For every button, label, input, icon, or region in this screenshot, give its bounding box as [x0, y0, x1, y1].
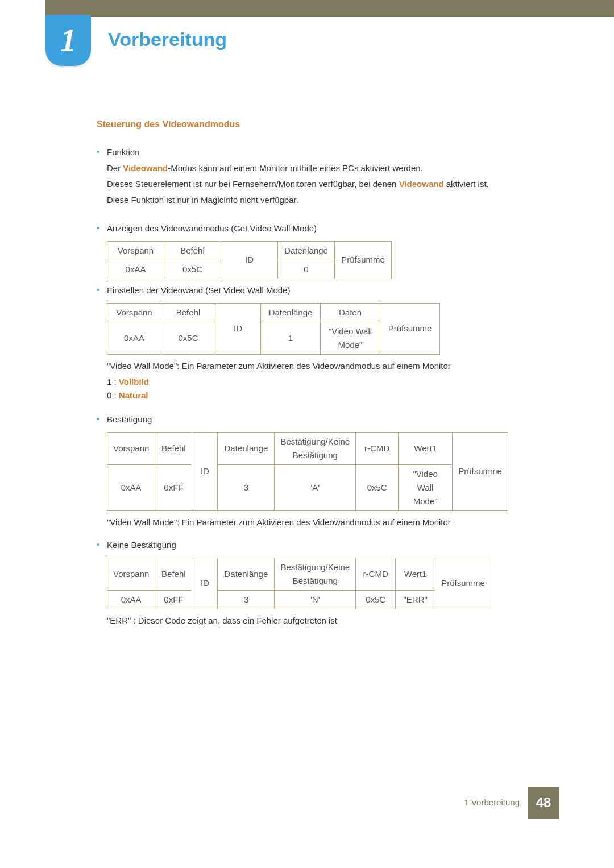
table-row: 0xAA 0xFF 3 'A' 0x5C "Video Wall Mode" — [107, 464, 508, 510]
cell: Bestätigung/Keine Bestätigung — [275, 432, 356, 464]
set-mode-label: Einstellen der Videowand (Set Video Wall… — [107, 284, 546, 297]
funktion-line3: Diese Funktion ist nur in MagicInfo nich… — [107, 193, 546, 207]
ack-note: "Video Wall Mode": Ein Parameter zum Akt… — [107, 516, 546, 529]
highlight-videowand: Videowand — [399, 179, 444, 189]
funktion-item: Funktion Der Videowand-Modus kann auf ei… — [107, 146, 546, 207]
cell: Wert1 — [399, 432, 453, 464]
value-line-0: 0 : Natural — [107, 389, 546, 402]
cell: "Video Wall Mode" — [399, 464, 453, 510]
cell: 0x5C — [356, 464, 399, 510]
set-mode-item: Einstellen der Videowand (Set Video Wall… — [107, 284, 546, 402]
cell: 0xAA — [107, 260, 164, 279]
page-content: Steuerung des Videowandmodus Funktion De… — [97, 117, 546, 628]
text: aktiviert ist. — [444, 179, 489, 189]
cell: Datenlänge — [218, 558, 275, 590]
footer-text: 1 Vorbereitung — [464, 798, 520, 807]
cell: ID — [192, 558, 218, 609]
cell: 0xFF — [155, 464, 192, 510]
cell: Bestätigung/Keine Bestätigung — [275, 558, 356, 590]
funktion-line1: Der Videowand-Modus kann auf einem Monit… — [107, 161, 546, 175]
cell: 0x5C — [356, 590, 396, 609]
cell: 0x5C — [161, 322, 215, 354]
chapter-title: Vorbereitung — [108, 28, 227, 51]
cell: r-CMD — [356, 558, 396, 590]
cell: Befehl — [164, 241, 221, 260]
ack-label: Bestätigung — [107, 413, 546, 426]
cell: 3 — [218, 464, 275, 510]
nack-label: Keine Bestätigung — [107, 538, 546, 552]
cell: 1 — [261, 322, 321, 354]
cell: Datenlänge — [278, 241, 335, 260]
chapter-header: 1 Vorbereitung — [0, 17, 614, 66]
cell: 0x5C — [164, 260, 221, 279]
cell: Datenlänge — [261, 303, 321, 322]
cell: 0xAA — [107, 464, 155, 510]
text: Der — [107, 163, 123, 173]
funktion-label: Funktion — [107, 146, 546, 159]
value-line-1: 1 : Vollbild — [107, 375, 546, 389]
cell: Prüfsumme — [335, 241, 392, 279]
table-row: Vorspann Befehl ID Datenlänge Bestätigun… — [107, 558, 491, 590]
get-mode-item: Anzeigen des Videowandmodus (Get Video W… — [107, 222, 546, 279]
text: 1 : — [107, 377, 119, 387]
cell: Daten — [321, 303, 380, 322]
cell: 'N' — [275, 590, 356, 609]
cell: ID — [215, 303, 261, 354]
footer-page-number: 48 — [528, 787, 559, 819]
get-mode-table: Vorspann Befehl ID Datenlänge Prüfsumme … — [107, 241, 392, 279]
text: Dieses Steuerelement ist nur bei Fernseh… — [107, 179, 399, 189]
cell: 0 — [278, 260, 335, 279]
cell: ID — [221, 241, 278, 279]
cell: 'A' — [275, 464, 356, 510]
cell: ID — [192, 432, 218, 510]
cell: Prüfsumme — [380, 303, 440, 354]
top-bar — [45, 0, 614, 17]
cell: 0xAA — [107, 322, 161, 354]
set-mode-note: "Video Wall Mode": Ein Parameter zum Akt… — [107, 359, 546, 373]
cell: Wert1 — [396, 558, 435, 590]
table-row: Vorspann Befehl ID Datenlänge Bestätigun… — [107, 432, 508, 464]
cell: Befehl — [155, 432, 192, 464]
highlight-vollbild: Vollbild — [119, 377, 149, 387]
get-mode-label: Anzeigen des Videowandmodus (Get Video W… — [107, 222, 546, 235]
cell: "ERR" — [396, 590, 435, 609]
cell: Prüfsumme — [453, 432, 508, 510]
cell: 0xFF — [155, 590, 192, 609]
cell: Befehl — [155, 558, 192, 590]
cell: 3 — [218, 590, 275, 609]
ack-table: Vorspann Befehl ID Datenlänge Bestätigun… — [107, 432, 508, 511]
cell: Prüfsumme — [435, 558, 491, 609]
cell: Befehl — [161, 303, 215, 322]
table-row: 0xAA 0xFF 3 'N' 0x5C "ERR" — [107, 590, 491, 609]
section-title: Steuerung des Videowandmodus — [97, 117, 546, 132]
cell: Vorspann — [107, 558, 155, 590]
cell: Vorspann — [107, 432, 155, 464]
table-row: Vorspann Befehl ID Datenlänge Daten Prüf… — [107, 303, 440, 322]
cell: "Video Wall Mode" — [321, 322, 380, 354]
funktion-line2: Dieses Steuerelement ist nur bei Fernseh… — [107, 177, 546, 191]
table-row: Vorspann Befehl ID Datenlänge Prüfsumme — [107, 241, 392, 260]
nack-item: Keine Bestätigung Vorspann Befehl ID Dat… — [107, 538, 546, 628]
chapter-number: 1 — [60, 22, 76, 59]
cell: Datenlänge — [218, 432, 275, 464]
highlight-videowand: Videowand — [123, 163, 168, 173]
cell: Vorspann — [107, 241, 164, 260]
set-mode-table: Vorspann Befehl ID Datenlänge Daten Prüf… — [107, 303, 440, 355]
chapter-badge: 1 — [45, 15, 91, 66]
text: 0 : — [107, 391, 119, 400]
cell: Vorspann — [107, 303, 161, 322]
nack-note: "ERR" : Dieser Code zeigt an, dass ein F… — [107, 614, 546, 628]
ack-item: Bestätigung Vorspann Befehl ID Datenläng… — [107, 413, 546, 529]
text: -Modus kann auf einem Monitor mithilfe e… — [168, 163, 423, 173]
cell: 0xAA — [107, 590, 155, 609]
cell: r-CMD — [356, 432, 399, 464]
page-footer: 1 Vorbereitung 48 — [0, 787, 614, 819]
nack-table: Vorspann Befehl ID Datenlänge Bestätigun… — [107, 558, 491, 609]
highlight-natural: Natural — [119, 391, 148, 400]
